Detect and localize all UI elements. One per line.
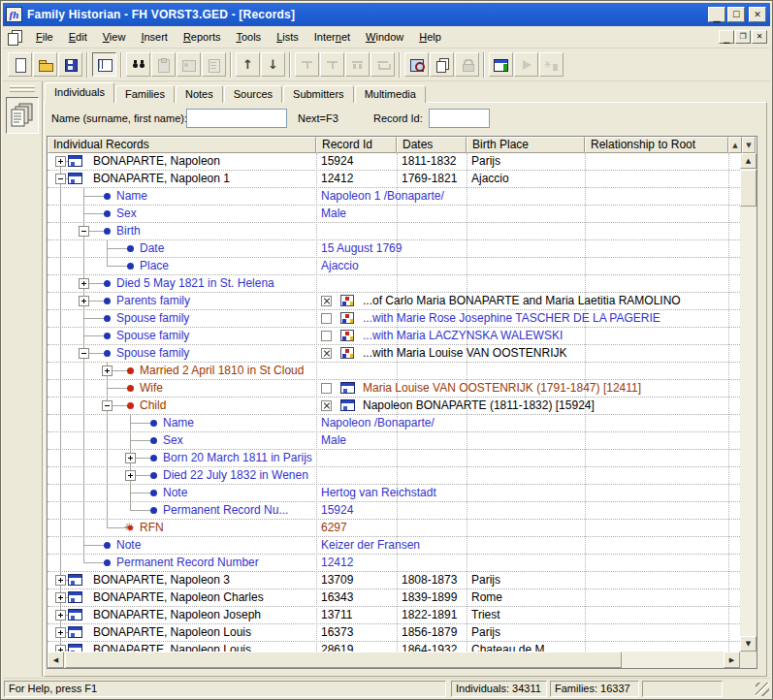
checked-checkbox[interactable] <box>321 348 332 359</box>
asterisk-button[interactable] <box>539 52 564 77</box>
field-row[interactable]: PlaceAjaccio <box>48 258 740 275</box>
scroll-right-button[interactable]: ▶ <box>724 652 740 668</box>
menu-file[interactable]: File <box>28 28 61 46</box>
tab-sources[interactable]: Sources <box>224 85 282 103</box>
records-view-button[interactable] <box>6 97 39 134</box>
properties-button[interactable] <box>202 52 226 77</box>
record-row[interactable]: BONAPARTE, Napoleon Louis163731856-1879P… <box>48 624 740 642</box>
record-up-button[interactable]: ▲ <box>728 137 742 153</box>
grid-body[interactable]: BONAPARTE, Napoleon159241811-1832ParijsB… <box>48 153 740 652</box>
field-row[interactable]: Spouse family...with Marie Rose Josephin… <box>48 310 740 328</box>
expand-button[interactable] <box>55 645 66 652</box>
mdi-close-button[interactable]: ✕ <box>752 30 767 44</box>
expand-button[interactable] <box>79 296 89 306</box>
merge-down-button[interactable] <box>295 52 319 77</box>
collapse-button[interactable] <box>102 400 113 411</box>
field-row[interactable]: Birth <box>48 223 740 240</box>
tab-individuals[interactable]: Individuals <box>45 82 114 103</box>
resize-grip[interactable] <box>756 683 769 696</box>
record-row[interactable]: BONAPARTE, Napoleon 1124121769-1821Ajacc… <box>48 171 740 188</box>
menu-internet[interactable]: Internet <box>306 28 358 46</box>
mdi-child-icon[interactable] <box>8 30 22 44</box>
minimize-button[interactable]: ▁ <box>708 7 725 22</box>
field-row[interactable]: NoteKeizer der Fransen <box>48 537 740 555</box>
field-row[interactable]: NoteHertog van Reichstadt <box>48 485 740 502</box>
scroll-down-button[interactable]: ▼ <box>740 636 757 652</box>
picture-button[interactable] <box>177 52 201 77</box>
query-window-button[interactable] <box>404 52 429 77</box>
tab-families[interactable]: Families <box>115 85 175 103</box>
record-row[interactable]: BONAPARTE, Napoleon 3137091808-1873Parij… <box>48 572 740 589</box>
column-header-record-id[interactable]: Record Id <box>316 137 397 153</box>
field-row[interactable]: Died 5 May 1821 in St. Helena <box>48 275 740 293</box>
split-branch-button[interactable] <box>345 52 370 77</box>
vertical-scrollbar[interactable]: ▲ ▼ <box>740 153 757 652</box>
column-header-individual-records[interactable]: Individual Records <box>48 137 316 153</box>
close-button[interactable]: ✕ <box>749 7 766 22</box>
toggle-panel-button[interactable] <box>92 52 116 77</box>
name-search-input[interactable] <box>186 109 287 128</box>
collapse-button[interactable] <box>55 174 66 184</box>
unchecked-checkbox[interactable] <box>321 331 332 341</box>
field-row[interactable]: NameNapoleon 1 /Bonaparte/ <box>48 188 740 206</box>
scroll-left-button[interactable]: ◀ <box>48 652 64 668</box>
record-down-button[interactable]: ▼ <box>742 137 756 153</box>
mdi-restore-button[interactable]: ❐ <box>735 30 751 44</box>
record-row[interactable]: BONAPARTE, Napoleon Joseph137111822-1891… <box>48 607 740 624</box>
merge-up-button[interactable] <box>320 52 344 77</box>
records-window-button[interactable] <box>489 52 513 77</box>
expand-button[interactable] <box>55 627 66 638</box>
mdi-minimize-button[interactable]: ▁ <box>719 30 734 44</box>
expand-button[interactable] <box>125 453 136 463</box>
field-row[interactable]: Date15 August 1769 <box>48 240 740 258</box>
column-header-dates[interactable]: Dates <box>397 137 467 153</box>
move-down-button[interactable] <box>261 52 285 77</box>
column-header-birth-place[interactable]: Birth Place <box>467 137 585 153</box>
maximize-button[interactable]: ☐ <box>727 7 745 22</box>
title-bar[interactable]: fh Family Historian - FH VORST3.GED - [R… <box>3 3 770 26</box>
field-row[interactable]: Born 20 March 1811 in Parijs <box>48 450 740 467</box>
record-row[interactable]: BONAPARTE, Napoleon Charles163431839-189… <box>48 589 740 607</box>
toolbar-grip[interactable] <box>10 85 35 88</box>
tab-multimedia[interactable]: Multimedia <box>355 85 426 103</box>
column-header-relationship-to-root[interactable]: Relationship to Root <box>585 137 728 153</box>
open-file-button[interactable] <box>33 52 57 77</box>
menu-view[interactable]: View <box>95 28 134 46</box>
menu-tools[interactable]: Tools <box>228 28 269 46</box>
field-row[interactable]: RFN6297 <box>48 520 740 537</box>
collapse-button[interactable] <box>79 226 89 237</box>
unchecked-checkbox[interactable] <box>321 383 332 394</box>
vertical-scroll-thumb[interactable] <box>740 170 757 207</box>
field-row[interactable]: NameNapoleon /Bonaparte/ <box>48 415 740 432</box>
tab-submitters[interactable]: Submitters <box>283 85 354 103</box>
record-row[interactable]: BONAPARTE, Napoleon159241811-1832Parijs <box>48 153 740 171</box>
field-row[interactable]: Married 2 April 1810 in St Cloud <box>48 363 740 380</box>
menu-lists[interactable]: Lists <box>269 28 306 46</box>
toolbar-grip[interactable] <box>10 89 35 92</box>
expand-button[interactable] <box>125 470 136 481</box>
menu-insert[interactable]: Insert <box>133 28 176 46</box>
field-row[interactable]: SexMale <box>48 432 740 450</box>
clipboard-button[interactable] <box>151 52 176 77</box>
expand-button[interactable] <box>55 575 66 586</box>
menu-window[interactable]: Window <box>358 28 411 46</box>
expand-button[interactable] <box>55 592 66 603</box>
field-row[interactable]: Parents family...of Carlo Maria BONAPART… <box>48 293 740 310</box>
play-button[interactable] <box>514 52 538 77</box>
record-row[interactable]: BONAPARTE, Napoleon Louis286191864-1932C… <box>48 642 740 652</box>
expand-button[interactable] <box>55 156 66 167</box>
field-row[interactable]: WifeMaria Louise VAN OOSTENRIJK (1791-18… <box>48 380 740 398</box>
record-id-input[interactable] <box>429 109 490 128</box>
lock-button[interactable] <box>455 52 479 77</box>
find-button[interactable] <box>126 52 150 77</box>
field-row[interactable]: Permanent Record Number12412 <box>48 555 740 572</box>
field-row[interactable]: SexMale <box>48 206 740 223</box>
combine-branch-button[interactable] <box>370 52 395 77</box>
tab-notes[interactable]: Notes <box>176 85 223 103</box>
field-row[interactable]: Died 22 July 1832 in Wenen <box>48 467 740 485</box>
unchecked-checkbox[interactable] <box>321 313 332 324</box>
checked-checkbox[interactable] <box>321 400 332 411</box>
collapse-button[interactable] <box>79 348 89 359</box>
menu-reports[interactable]: Reports <box>176 28 229 46</box>
move-up-button[interactable] <box>236 52 260 77</box>
